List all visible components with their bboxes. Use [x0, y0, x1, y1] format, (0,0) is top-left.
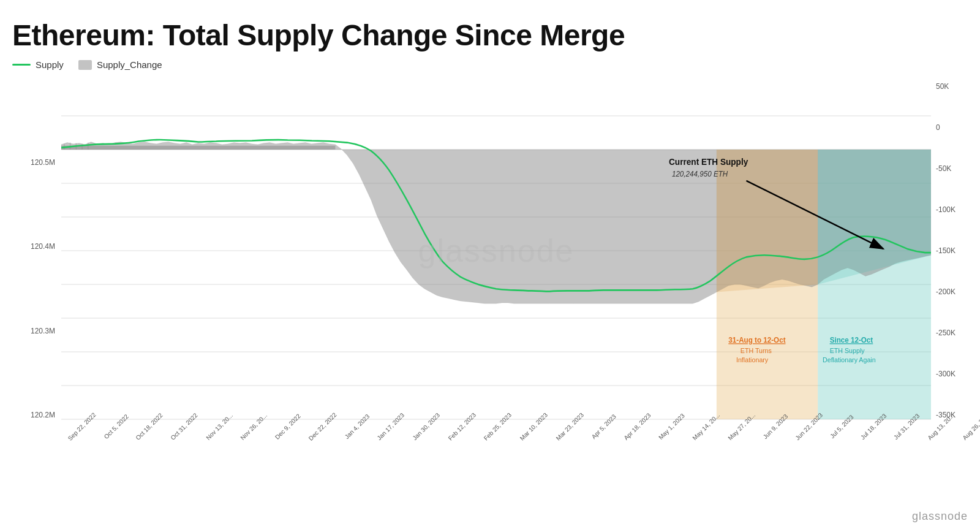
y-left-3: 120.3M [31, 327, 55, 335]
y-right-4: -150K [936, 246, 956, 255]
y-axis-left: 120.5M 120.4M 120.3M 120.2M [12, 82, 60, 419]
y-right-2: -50K [936, 164, 951, 173]
since-oct-desc1: ETH Supply [830, 347, 865, 354]
glassnode-logo: glassnode [912, 510, 968, 523]
main-chart-svg: // This won't execute in SVG context, us… [61, 82, 931, 419]
since-oct-label: Since 12-Oct [830, 336, 873, 344]
chart-wrapper: 120.5M 120.4M 120.3M 120.2M 50K 0 -50K -… [12, 76, 968, 468]
y-left-1: 120.5M [31, 158, 55, 167]
y-right-6: -250K [936, 329, 956, 337]
aug-oct-desc1: ETH Turns [741, 347, 772, 354]
aug-oct-label: 31-Aug to 12-Oct [728, 336, 785, 344]
y-right-1: 0 [936, 123, 940, 132]
annotation-current-value: 120,244,950 ETH [672, 169, 728, 178]
inflationary-bars-fill [717, 150, 818, 292]
page-container: Ethereum: Total Supply Change Since Merg… [0, 0, 980, 529]
y-left-4: 120.2M [31, 411, 55, 419]
legend-supply: Supply [12, 59, 64, 70]
y-axis-right: 50K 0 -50K -100K -150K -200K -250K -300K… [932, 82, 968, 419]
legend-supply-change-label: Supply_Change [97, 59, 162, 70]
legend-supply-label: Supply [36, 59, 64, 70]
supply-change-box-icon [78, 60, 92, 70]
legend-supply-change: Supply_Change [78, 59, 162, 70]
supply-line-icon [12, 64, 31, 66]
y-right-7: -300K [936, 370, 956, 378]
y-right-3: -100K [936, 205, 956, 214]
x-axis: Sep 22, 2022 Oct 5, 2022 Oct 18, 2022 Oc… [61, 421, 931, 468]
chart-area: glassnode [61, 82, 931, 419]
aug-oct-desc2: Inflationary [736, 356, 769, 363]
page-title: Ethereum: Total Supply Change Since Merg… [12, 18, 968, 52]
y-right-5: -200K [936, 287, 956, 296]
annotation-current-label: Current ETH Supply [669, 156, 748, 167]
since-oct-desc2: Deflationary Again [823, 356, 876, 363]
legend: Supply Supply_Change [12, 59, 968, 70]
y-left-2: 120.4M [31, 242, 55, 251]
y-right-0: 50K [936, 82, 949, 91]
